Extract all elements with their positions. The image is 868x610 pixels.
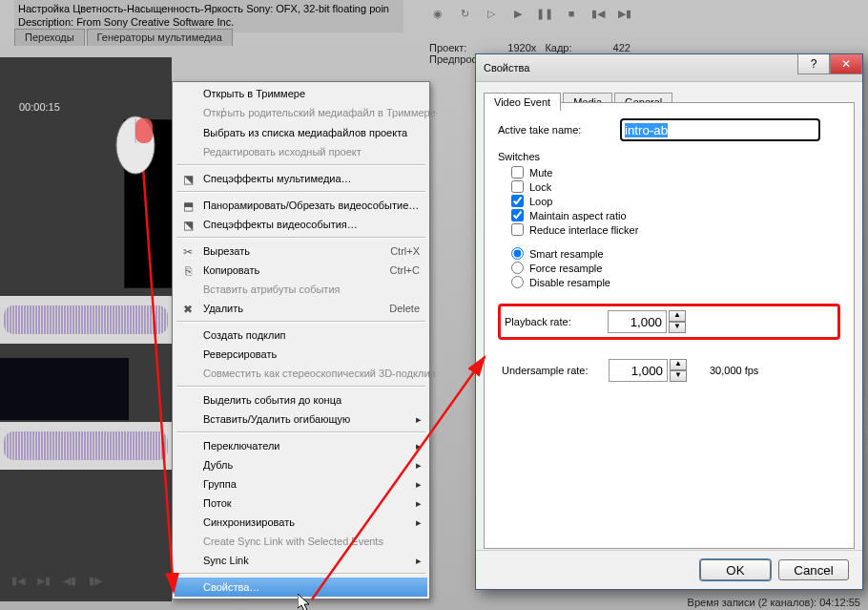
tab-transitions[interactable]: Переходы bbox=[14, 29, 85, 46]
status-bar-record-time: Время записи (2 каналов): 04:12:55 bbox=[688, 597, 860, 608]
tab-video-event[interactable]: Video Event bbox=[484, 93, 561, 111]
smart-resample-row[interactable]: Smart resample bbox=[511, 247, 840, 260]
project-label: Проект: bbox=[429, 42, 466, 53]
audio-clip-2[interactable] bbox=[0, 422, 172, 470]
mi-sync[interactable]: Синхронизировать▸ bbox=[175, 513, 427, 532]
close-button[interactable]: ✕ bbox=[830, 54, 862, 74]
timeline-transport: ▮◀ ▶▮ ◀▮ ▮▶ bbox=[8, 571, 106, 590]
undersample-rate-label: Undersample rate: bbox=[502, 365, 609, 376]
loop-button[interactable]: ↻ bbox=[454, 4, 475, 23]
reduce-checkbox[interactable] bbox=[511, 223, 524, 236]
properties-dialog: Свойства ? ✕ Video Event Media General A… bbox=[475, 53, 863, 590]
chevron-up-icon[interactable]: ▲ bbox=[670, 359, 687, 370]
mi-group[interactable]: Группа▸ bbox=[175, 474, 427, 494]
mi-copy[interactable]: ⎘КопироватьCtrl+C bbox=[175, 261, 427, 280]
mouse-illustration-icon bbox=[114, 115, 156, 176]
playback-rate-spinner[interactable]: ▲▼ bbox=[669, 310, 686, 333]
lock-checkbox[interactable] bbox=[511, 180, 524, 193]
frame-label: Кадр: bbox=[545, 42, 571, 53]
loop-checkbox-row[interactable]: Loop bbox=[511, 195, 840, 207]
undersample-rate-spinner[interactable]: ▲▼ bbox=[670, 359, 687, 382]
submenu-arrow-icon: ▸ bbox=[416, 413, 422, 426]
chevron-up-icon[interactable]: ▲ bbox=[669, 310, 686, 322]
fx-icon: ⬔ bbox=[180, 218, 196, 233]
stop-button[interactable]: ■ bbox=[561, 4, 582, 23]
separator bbox=[176, 164, 425, 166]
prev-frame-button[interactable]: ▮◀ bbox=[588, 4, 609, 23]
disable-resample-radio[interactable] bbox=[511, 276, 524, 288]
mi-combine-stereo: Совместить как стереоскопический 3D-подк… bbox=[175, 364, 427, 383]
tl-step-back-button[interactable]: ◀▮ bbox=[59, 571, 80, 590]
play-button[interactable]: ▶ bbox=[507, 4, 528, 23]
tl-prev-button[interactable]: ▮◀ bbox=[8, 571, 29, 590]
active-take-input[interactable] bbox=[620, 118, 820, 141]
mi-sync-link[interactable]: Sync Link▸ bbox=[175, 551, 427, 570]
fx-name-line: Настройка Цветность-Насыщенность-Яркость… bbox=[18, 2, 400, 15]
playback-rate-label: Playback rate: bbox=[505, 316, 608, 327]
reduce-checkbox-row[interactable]: Reduce interlace flicker bbox=[511, 223, 840, 236]
mi-create-subclip[interactable]: Создать подклип bbox=[175, 326, 427, 345]
svg-rect-4 bbox=[135, 118, 153, 143]
mi-take[interactable]: Дубль▸ bbox=[175, 455, 427, 474]
mi-edit-source: Редактировать исходный проект bbox=[175, 142, 427, 161]
mi-open-parent: Откр҆ыть родительский медиафайл в Тримме… bbox=[175, 103, 427, 123]
mute-checkbox-row[interactable]: Mute bbox=[511, 166, 840, 179]
dialog-titlebar[interactable]: Свойства ? ✕ bbox=[476, 54, 862, 82]
mi-pan-crop[interactable]: ⬒Панорамировать/Обрезать видеособытие… bbox=[175, 196, 427, 215]
force-resample-radio[interactable] bbox=[511, 262, 524, 274]
shortcut: Delete bbox=[389, 303, 420, 314]
mi-media-fx[interactable]: ⬔Спецэффекты мультимедиа… bbox=[175, 169, 427, 188]
undersample-rate-input[interactable] bbox=[609, 359, 668, 382]
smart-resample-radio[interactable] bbox=[511, 247, 524, 260]
ok-button[interactable]: OK bbox=[700, 559, 771, 580]
disable-resample-row[interactable]: Disable resample bbox=[511, 276, 840, 288]
mi-stream[interactable]: Поток▸ bbox=[175, 494, 427, 513]
separator bbox=[176, 321, 425, 323]
waveform-icon bbox=[4, 431, 168, 460]
pause-button[interactable]: ❚❚ bbox=[534, 4, 555, 23]
mi-select-to-end[interactable]: Выделить события до конца bbox=[175, 390, 427, 410]
next-frame-button[interactable]: ▶▮ bbox=[614, 4, 635, 23]
mi-switches[interactable]: Переключатели▸ bbox=[175, 436, 427, 455]
mi-event-fx[interactable]: ⬔Спецэффекты видеособытия… bbox=[175, 215, 427, 234]
aspect-checkbox-row[interactable]: Maintain aspect ratio bbox=[511, 209, 840, 221]
mi-delete[interactable]: ✖УдалитьDelete bbox=[175, 299, 427, 318]
help-button[interactable]: ? bbox=[797, 54, 830, 74]
playback-rate-input[interactable] bbox=[608, 310, 667, 333]
force-resample-row[interactable]: Force resample bbox=[511, 262, 840, 274]
project-res: 1920x bbox=[507, 42, 536, 53]
mi-open-trimmer[interactable]: Открыть в Триммере bbox=[175, 84, 427, 103]
scissors-icon: ✂ bbox=[180, 244, 196, 260]
record-button[interactable]: ◉ bbox=[427, 4, 448, 23]
tab-media-generators[interactable]: Генераторы мультимедиа bbox=[87, 29, 233, 46]
media-tabs: Переходы Генераторы мультимедиа bbox=[14, 29, 233, 46]
aspect-checkbox[interactable] bbox=[511, 209, 524, 221]
chevron-down-icon[interactable]: ▼ bbox=[670, 370, 687, 382]
play-from-start-button[interactable]: ▷ bbox=[481, 4, 502, 23]
mi-properties[interactable]: Свойства… bbox=[175, 578, 427, 597]
tl-next-button[interactable]: ▶▮ bbox=[33, 571, 54, 590]
mute-checkbox[interactable] bbox=[511, 166, 524, 179]
audio-clip-1[interactable] bbox=[0, 296, 172, 344]
separator bbox=[176, 237, 425, 239]
mi-select-media[interactable]: Выбрать из списка медиафайлов проекта bbox=[175, 123, 427, 142]
video-event-page: Active take name: Switches Mute Lock Loo… bbox=[484, 102, 855, 549]
submenu-arrow-icon: ▸ bbox=[416, 440, 422, 452]
fx-icon: ⬔ bbox=[180, 172, 196, 187]
loop-checkbox[interactable] bbox=[511, 195, 524, 207]
mi-insert-remove-env[interactable]: Вставить/Удалить огибающую▸ bbox=[175, 410, 427, 429]
cancel-button[interactable]: Cancel bbox=[778, 559, 849, 580]
undersample-rate-row: Undersample rate: ▲▼ 30,000 fps bbox=[498, 355, 840, 386]
chevron-down-icon[interactable]: ▼ bbox=[669, 322, 686, 333]
video-clip-thumb-2[interactable] bbox=[0, 358, 129, 420]
lock-checkbox-row[interactable]: Lock bbox=[511, 180, 840, 193]
mi-reverse[interactable]: Реверсировать bbox=[175, 345, 427, 364]
mi-cut[interactable]: ✂ВырезатьCtrl+X bbox=[175, 242, 427, 261]
separator bbox=[176, 386, 425, 388]
preview-transport: ◉ ↻ ▷ ▶ ❚❚ ■ ▮◀ ▶▮ bbox=[427, 4, 635, 23]
shortcut: Ctrl+X bbox=[390, 245, 420, 257]
separator bbox=[176, 573, 425, 575]
tl-step-fwd-button[interactable]: ▮▶ bbox=[85, 571, 106, 590]
submenu-arrow-icon: ▸ bbox=[416, 555, 422, 567]
shortcut: Ctrl+C bbox=[390, 264, 420, 276]
